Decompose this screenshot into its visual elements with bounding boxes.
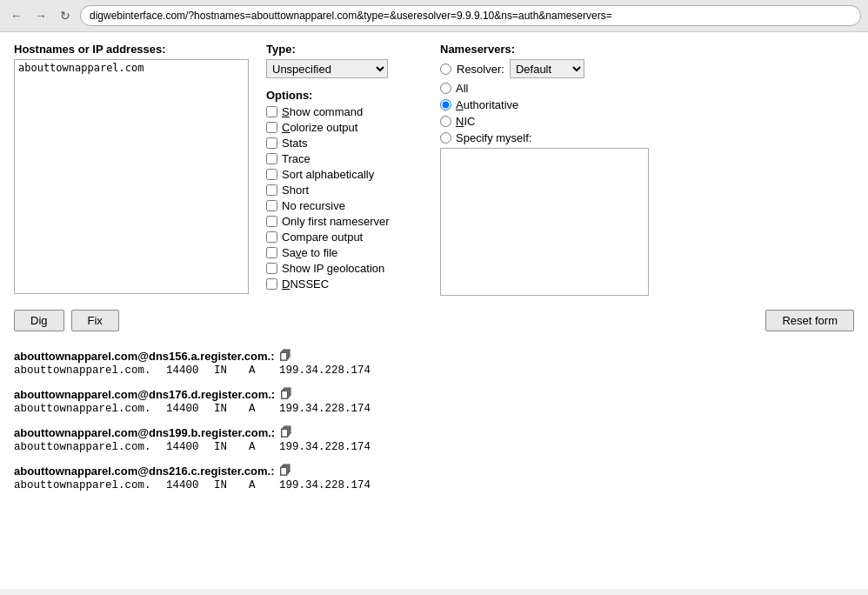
resolver-radio[interactable] [440,64,451,75]
dns-record-2: abouttownapparel.com. 14400 IN A 199.34.… [14,403,854,415]
option-short-label: Short [282,184,309,197]
copy-icon-1[interactable]: 🗍 [279,349,291,363]
rec-2-type: A [249,403,279,415]
specify-input[interactable] [440,148,649,296]
specify-radio-label: Specify myself: [456,131,531,144]
option-sort: Sort alphabetically [266,168,423,181]
copy-icon-3[interactable]: 🗍 [280,425,292,439]
nameservers-label: Nameservers: [440,43,854,56]
option-save: Save to file [266,246,423,259]
reset-button[interactable]: Reset form [765,310,854,331]
option-short-checkbox[interactable] [266,184,277,196]
dig-button[interactable]: Dig [14,310,64,331]
option-no-recursive-label: No recursive [282,199,345,212]
authoritative-radio[interactable] [440,99,451,110]
fix-button[interactable]: Fix [71,310,119,331]
option-show-command-label: Show command [282,105,363,118]
browser-chrome: ← → ↻ [0,0,868,32]
dns-group-4: abouttownapparel.com@dns216.c.register.c… [14,464,854,491]
specify-radio[interactable] [440,132,451,144]
option-no-recursive-checkbox[interactable] [266,200,277,211]
dns-header-3-text: abouttownapparel.com@dns199.b.register.c… [14,426,275,439]
hostnames-label: Hostnames or IP addresses: [14,43,249,56]
all-radio[interactable] [440,83,451,94]
option-colorize: Colorize output [266,121,423,134]
option-trace: Trace [266,152,423,165]
rec-1-name: abouttownapparel.com. [14,364,166,377]
type-select[interactable]: Unspecified A AAAA CNAME MX NS TXT SOA P… [266,59,388,78]
specify-radio-row: Specify myself: [440,131,854,144]
copy-icon-4[interactable]: 🗍 [279,464,291,478]
hostnames-input[interactable]: abouttownapparel.com [14,59,249,294]
dns-header-1: abouttownapparel.com@dns156.a.register.c… [14,349,854,363]
resolver-select[interactable]: Default Google Cloudflare OpenDNS [510,59,584,78]
resolver-row: Resolver: Default Google Cloudflare Open… [440,59,854,78]
forward-button[interactable]: → [31,6,50,25]
option-geolocation-checkbox[interactable] [266,263,277,274]
form-area: Hostnames or IP addresses: abouttownappa… [14,43,854,296]
dns-record-4: abouttownapparel.com. 14400 IN A 199.34.… [14,479,854,491]
copy-icon-2[interactable]: 🗍 [280,387,292,401]
option-no-recursive: No recursive [266,199,423,212]
option-save-label: Save to file [282,246,337,259]
resolver-label: Resolver: [457,63,504,76]
rec-2-value: 199.34.228.174 [279,403,371,415]
option-compare-label: Compare output [282,231,363,244]
nic-radio[interactable] [440,116,451,127]
option-geolocation-label: Show IP geolocation [282,262,384,275]
rec-2-name: abouttownapparel.com. [14,403,166,415]
all-radio-row: All [440,82,854,95]
option-trace-checkbox[interactable] [266,153,277,164]
option-compare-checkbox[interactable] [266,231,277,243]
results-section: abouttownapparel.com@dns156.a.register.c… [14,349,854,491]
option-dnssec-label: DNSSEC [282,277,329,291]
dns-header-3: abouttownapparel.com@dns199.b.register.c… [14,425,854,439]
type-column: Type: Unspecified A AAAA CNAME MX NS TXT… [266,43,423,296]
rec-4-type: A [249,479,279,491]
option-only-first-checkbox[interactable] [266,216,277,227]
option-only-first-label: Only first nameserver [282,215,390,228]
buttons-row: Dig Fix Reset form [14,310,854,331]
option-colorize-label: Colorize output [282,121,357,134]
option-colorize-checkbox[interactable] [266,122,277,133]
option-sort-label: Sort alphabetically [282,168,374,181]
option-stats-checkbox[interactable] [266,137,277,149]
option-stats: Stats [266,137,423,150]
option-sort-checkbox[interactable] [266,169,277,180]
rec-2-class: IN [214,403,249,415]
rec-3-ttl: 14400 [166,441,214,453]
nic-radio-label: NIC [456,115,475,128]
reload-button[interactable]: ↻ [56,6,75,25]
page-content: Hostnames or IP addresses: abouttownappa… [0,32,868,589]
rec-1-class: IN [214,364,249,377]
rec-3-name: abouttownapparel.com. [14,441,166,453]
option-save-checkbox[interactable] [266,247,277,258]
rec-3-type: A [249,441,279,453]
dns-group-2: abouttownapparel.com@dns176.d.register.c… [14,387,854,415]
dns-group-1: abouttownapparel.com@dns156.a.register.c… [14,349,854,377]
option-stats-label: Stats [282,137,308,150]
option-geolocation: Show IP geolocation [266,262,423,275]
option-only-first: Only first nameserver [266,215,423,228]
options-label: Options: [266,89,423,102]
dns-header-2: abouttownapparel.com@dns176.d.register.c… [14,387,854,401]
dns-header-4: abouttownapparel.com@dns216.c.register.c… [14,464,854,478]
rec-2-ttl: 14400 [166,403,214,415]
type-label: Type: [266,43,423,56]
dns-header-4-text: abouttownapparel.com@dns216.c.register.c… [14,465,274,478]
rec-1-ttl: 14400 [166,364,214,377]
back-button[interactable]: ← [7,6,26,25]
options-section: Options: Show command Colorize output St… [266,89,423,293]
rec-1-type: A [249,364,279,377]
dns-header-2-text: abouttownapparel.com@dns176.d.register.c… [14,388,275,401]
rec-1-value: 199.34.228.174 [279,364,371,377]
rec-4-name: abouttownapparel.com. [14,479,166,491]
rec-4-ttl: 14400 [166,479,214,491]
all-radio-label: All [456,82,468,95]
dns-group-3: abouttownapparel.com@dns199.b.register.c… [14,425,854,453]
option-dnssec-checkbox[interactable] [266,278,277,290]
dns-record-1: abouttownapparel.com. 14400 IN A 199.34.… [14,364,854,377]
address-bar[interactable] [80,5,861,26]
option-show-command-checkbox[interactable] [266,106,277,117]
rec-4-value: 199.34.228.174 [279,479,371,491]
